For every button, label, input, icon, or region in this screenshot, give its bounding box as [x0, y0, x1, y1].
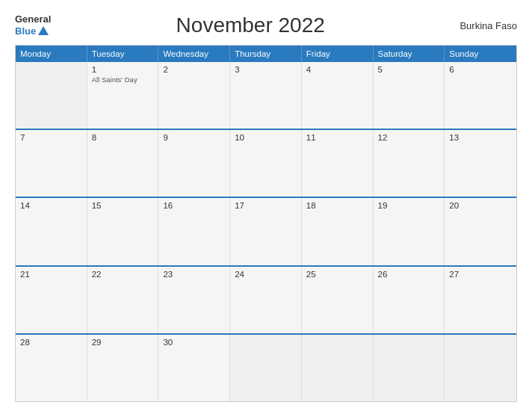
day-cell: 10 [230, 130, 302, 197]
calendar-grid: MondayTuesdayWednesdayThursdayFridaySatu… [15, 45, 517, 402]
day-cell: 8 [87, 130, 159, 197]
day-number: 19 [378, 201, 440, 210]
week-row-1: 1All Saints' Day23456 [16, 62, 516, 129]
weeks-container: 1All Saints' Day234567891011121314151617… [16, 62, 516, 401]
day-cell: 2 [158, 62, 230, 129]
logo-blue-text: Blue [15, 25, 51, 37]
calendar-page: General Blue November 2022 Burkina Faso … [0, 0, 532, 411]
day-number: 25 [306, 270, 368, 279]
country-label: Burkina Faso [450, 20, 517, 31]
day-number: 18 [306, 201, 368, 210]
day-number: 29 [92, 338, 154, 347]
day-number: 9 [163, 133, 225, 142]
day-cell: 17 [230, 198, 302, 265]
holiday-label: All Saints' Day [92, 75, 154, 84]
day-header-thursday: Thursday [230, 46, 302, 62]
day-cell: 9 [158, 130, 230, 197]
day-cell: 21 [16, 267, 87, 333]
day-header-wednesday: Wednesday [158, 46, 230, 62]
day-cell: 1All Saints' Day [87, 62, 159, 129]
day-cell: 24 [230, 267, 302, 333]
day-cell: 15 [87, 198, 159, 265]
day-cell: 11 [302, 130, 374, 197]
day-number: 8 [92, 133, 154, 142]
calendar-title: November 2022 [51, 13, 450, 37]
week-row-2: 78910111213 [16, 129, 516, 197]
logo-triangle-icon [38, 26, 49, 35]
day-cell [16, 62, 87, 129]
day-cell [445, 335, 516, 401]
day-number: 30 [163, 338, 225, 347]
day-cell: 16 [158, 198, 230, 265]
day-number: 2 [163, 65, 225, 74]
day-cell [302, 335, 374, 401]
logo: General Blue [15, 13, 51, 37]
day-number: 6 [449, 65, 512, 74]
day-cell: 25 [302, 267, 374, 333]
days-header: MondayTuesdayWednesdayThursdayFridaySatu… [16, 46, 516, 62]
day-cell: 13 [445, 130, 516, 197]
day-cell: 12 [374, 130, 445, 197]
day-number: 20 [449, 201, 512, 210]
day-cell: 26 [374, 267, 445, 333]
week-row-4: 21222324252627 [16, 265, 516, 333]
day-number: 11 [306, 133, 368, 142]
day-number: 26 [378, 270, 440, 279]
day-cell: 28 [16, 335, 87, 401]
day-number: 23 [163, 270, 225, 279]
day-cell: 20 [445, 198, 516, 265]
day-number: 15 [92, 201, 154, 210]
day-cell: 19 [374, 198, 445, 265]
day-cell [374, 335, 445, 401]
day-cell: 18 [302, 198, 374, 265]
day-cell: 14 [16, 198, 87, 265]
day-cell: 30 [158, 335, 230, 401]
day-number: 21 [20, 270, 82, 279]
week-row-5: 282930 [16, 333, 516, 401]
day-cell: 7 [16, 130, 87, 197]
day-number: 7 [20, 133, 82, 142]
day-cell [230, 335, 302, 401]
day-number: 5 [378, 65, 440, 74]
day-cell: 3 [230, 62, 302, 129]
day-cell: 23 [158, 267, 230, 333]
day-number: 4 [306, 65, 368, 74]
day-header-saturday: Saturday [374, 46, 445, 62]
day-cell: 29 [87, 335, 159, 401]
day-cell: 22 [87, 267, 159, 333]
day-number: 14 [20, 201, 82, 210]
day-number: 22 [92, 270, 154, 279]
day-number: 10 [235, 133, 297, 142]
day-cell: 6 [445, 62, 516, 129]
day-number: 13 [449, 133, 512, 142]
day-cell: 5 [374, 62, 445, 129]
logo-general-text: General [15, 13, 51, 25]
day-header-tuesday: Tuesday [87, 46, 159, 62]
day-number: 17 [235, 201, 297, 210]
day-number: 1 [92, 65, 154, 74]
week-row-3: 14151617181920 [16, 197, 516, 265]
day-header-sunday: Sunday [445, 46, 516, 62]
day-cell: 4 [302, 62, 374, 129]
day-number: 27 [449, 270, 512, 279]
day-number: 24 [235, 270, 297, 279]
day-header-friday: Friday [302, 46, 374, 62]
day-header-monday: Monday [16, 46, 87, 62]
day-number: 28 [20, 338, 82, 347]
day-number: 3 [235, 65, 297, 74]
day-number: 12 [378, 133, 440, 142]
header: General Blue November 2022 Burkina Faso [15, 13, 517, 37]
day-number: 16 [163, 201, 225, 210]
day-cell: 27 [445, 267, 516, 333]
